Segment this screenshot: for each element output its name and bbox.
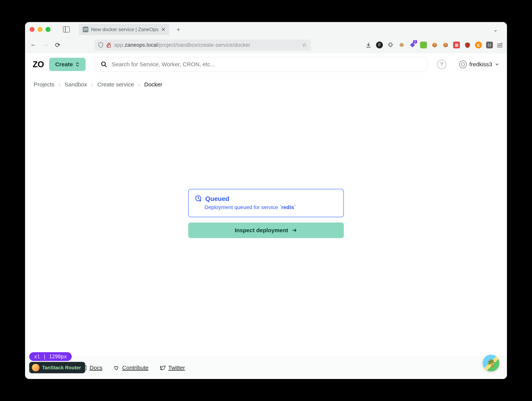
forward-button[interactable]: → [42,41,49,49]
browser-menu-icon[interactable] [497,43,502,47]
breakpoint-badge: xl | 1290px [29,352,72,361]
tracking-shield-icon[interactable] [98,42,103,48]
floating-action-button[interactable]: 🌴 [483,355,499,371]
extension-tag-icon[interactable]: 9 [409,42,416,48]
breadcrumb-sandbox[interactable]: Sandbox [64,81,87,88]
extension-f-icon[interactable]: F [376,42,383,48]
browser-window: ZO New docker service | ZaneOps ✕ ＋ ⌄ ← … [25,22,507,379]
palm-tree-icon: 🌴 [486,359,496,368]
svg-line-3 [105,65,106,67]
browser-toolbar: ← → ⟳ app.zaneops.local/project/sandbox/… [25,37,507,53]
extension-red-icon[interactable]: ▦ [453,42,460,48]
tabs-dropdown-icon[interactable]: ⌄ [488,26,502,33]
status-title-row: Queued [195,195,337,202]
arrow-right-icon [291,227,297,233]
chevron-right-icon: › [138,81,140,88]
search-icon [101,61,107,68]
new-tab-button[interactable]: ＋ [175,26,182,33]
extension-monkey-icon[interactable]: 🐵 [398,42,405,48]
status-card: Queued Deployment queued for service `re… [188,189,344,217]
footer-twitter-link[interactable]: Twitter [160,365,185,371]
user-menu[interactable]: fredkiss3 [459,61,499,68]
heart-hand-icon [114,365,120,371]
help-button[interactable]: ? [437,60,446,69]
twitter-icon [160,365,166,371]
chevron-down-icon [495,62,499,67]
footer-contribute-label: Contribute [122,365,148,371]
breakpoint-text: xl | 1290px [34,354,67,359]
svg-line-1 [107,43,110,47]
footer-twitter-label: Twitter [168,365,185,371]
extension-green-icon[interactable] [420,42,427,48]
back-button[interactable]: ← [30,41,37,49]
app-logo[interactable]: ZO [33,60,44,69]
insecure-lock-icon[interactable] [106,42,111,48]
window-controls [30,27,51,32]
extension-orange-icon[interactable]: ◐ [475,42,482,48]
tab-close-icon[interactable]: ✕ [161,26,165,33]
app-header: ZO Create ? fredkiss3 [25,53,507,76]
extension-u-icon[interactable]: U [486,42,493,48]
inspect-deployment-button[interactable]: Inspect deployment [188,223,344,238]
downloads-icon[interactable] [365,42,372,48]
maximize-window-button[interactable] [45,27,51,32]
chevron-right-icon: › [91,81,93,88]
extension-icons: F 🐵 9 🍪 🍪 ▦ ◐ U [365,42,502,48]
extension-cookie2-icon[interactable]: 🍪 [442,42,449,48]
app-footer: Feedback Docs Contribute Twitter [25,356,507,379]
create-button-label: Create [55,61,73,68]
chevrons-updown-icon [75,62,80,67]
status-subtitle: Deployment queued for service `redis` [204,204,337,210]
username-label: fredkiss3 [469,61,492,68]
url-bar[interactable]: app.zaneops.local/project/sandbox/create… [95,39,311,51]
status-subtitle-text: Deployment queued for service [204,204,279,210]
search-input[interactable] [112,61,421,68]
main-content: Queued Deployment queued for service `re… [25,93,507,356]
footer-contribute-link[interactable]: Contribute [114,365,148,371]
footer-docs-label: Docs [89,365,102,371]
status-title: Queued [205,195,229,202]
user-avatar-icon [459,61,467,68]
browser-tabstrip: ZO New docker service | ZaneOps ✕ ＋ ⌄ [25,22,507,37]
clock-upload-icon [195,195,202,202]
sidebar-toggle-icon[interactable] [63,26,70,32]
url-text: app.zaneops.local/project/sandbox/create… [114,42,250,48]
breadcrumb-create-service[interactable]: Create service [97,81,134,88]
create-button[interactable]: Create [49,58,85,71]
chevron-right-icon: › [58,81,60,88]
inspect-button-label: Inspect deployment [235,227,288,233]
breadcrumb-docker: Docker [144,81,162,88]
tab-favicon-icon: ZO [83,26,89,32]
tab-title: New docker service | ZaneOps [91,26,158,32]
extension-cookie1-icon[interactable]: 🍪 [431,42,438,48]
tanstack-logo-icon [32,364,39,371]
breadcrumb-projects[interactable]: Projects [34,81,54,88]
breadcrumb: Projects › Sandbox › Create service › Do… [25,76,507,93]
tanstack-router-badge[interactable]: TanStack Router [29,362,85,373]
search-field[interactable] [95,57,427,72]
status-service-name: `redis` [279,204,296,210]
reload-button[interactable]: ⟳ [54,41,62,49]
router-badge-label: TanStack Router [42,365,81,371]
bookmark-star-icon[interactable]: ☆ [302,42,307,48]
browser-tab[interactable]: ZO New docker service | ZaneOps ✕ [79,24,169,35]
close-window-button[interactable] [30,27,35,32]
extensions-puzzle-icon[interactable] [387,42,394,48]
extension-ublock-icon[interactable] [464,42,471,48]
minimize-window-button[interactable] [38,27,43,32]
